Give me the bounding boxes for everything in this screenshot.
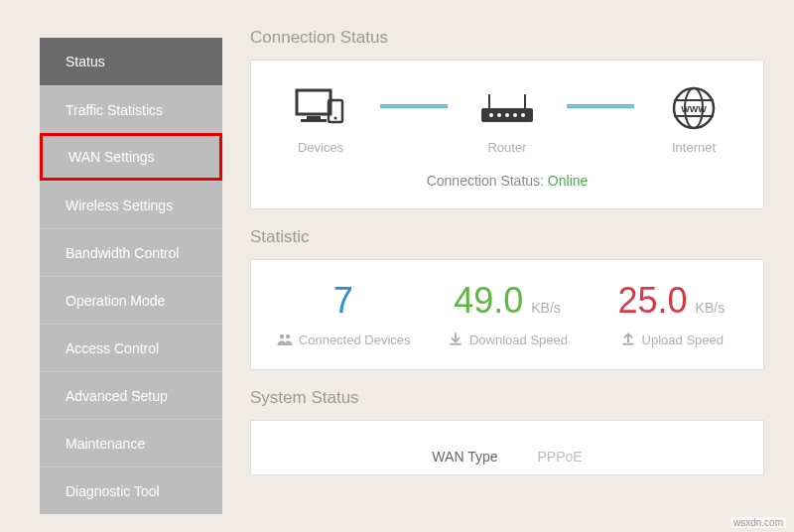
system-status-panel: WAN Type PPPoE — [250, 420, 764, 475]
sidebar-item-label: Operation Mode — [66, 293, 165, 309]
sidebar-item-label: Wireless Settings — [66, 198, 173, 213]
devices-label: Devices — [298, 140, 343, 155]
sidebar-item-label: WAN Settings — [68, 149, 155, 165]
stat-download-unit: KB/s — [531, 300, 561, 316]
connection-status-value: Online — [548, 173, 588, 189]
stat-devices-label: Connected Devices — [261, 332, 425, 347]
svg-point-11 — [513, 113, 517, 117]
download-icon — [447, 332, 464, 347]
sidebar-item-label: Maintenance — [66, 436, 145, 452]
sidebar-item-maintenance[interactable]: Maintenance — [40, 419, 222, 466]
stat-download: 49.0KB/s — [425, 280, 589, 322]
router-label: Router — [487, 140, 526, 155]
stat-upload-label: Upload Speed — [590, 332, 753, 347]
svg-point-4 — [334, 117, 337, 120]
svg-point-12 — [521, 113, 525, 117]
connection-line — [567, 104, 634, 108]
connection-title: Connection Status — [250, 28, 764, 48]
www-icon: WWW — [671, 84, 717, 132]
connection-line — [380, 104, 448, 108]
sidebar-item-operation[interactable]: Operation Mode — [40, 276, 222, 324]
svg-rect-0 — [297, 90, 331, 114]
sidebar-item-label: Status — [66, 54, 105, 69]
stat-download-label: Download Speed — [425, 332, 589, 347]
devices-node: Devices — [261, 84, 380, 155]
stat-upload-unit: KB/s — [696, 300, 726, 316]
statistic-panel: 7 49.0KB/s 25.0KB/s Connected Devices Do… — [250, 259, 764, 370]
internet-label: Internet — [672, 140, 716, 155]
stat-upload-value: 25.0 — [617, 280, 687, 321]
internet-node: WWW Internet — [634, 84, 753, 155]
watermark: wsxdn.com — [730, 517, 786, 528]
sidebar-item-diagnostic[interactable]: Diagnostic Tool — [40, 466, 222, 514]
sidebar-item-status[interactable]: Status — [40, 38, 222, 85]
sidebar-item-traffic[interactable]: Traffic Statistics — [40, 85, 222, 133]
sidebar-item-wan[interactable]: WAN Settings — [40, 133, 222, 181]
sidebar-item-label: Traffic Statistics — [66, 102, 163, 118]
statistic-title: Statistic — [250, 227, 764, 247]
upload-icon — [619, 332, 637, 347]
sidebar-item-label: Advanced Setup — [66, 388, 168, 404]
stat-devices-value: 7 — [333, 280, 353, 321]
svg-point-18 — [280, 334, 285, 339]
connection-status-label: Connection Status: — [427, 173, 548, 189]
connection-status-text: Connection Status: Online — [261, 173, 753, 189]
stat-download-value: 49.0 — [454, 280, 523, 321]
sidebar-item-advanced[interactable]: Advanced Setup — [40, 371, 222, 419]
stat-upload: 25.0KB/s — [590, 280, 753, 322]
svg-rect-1 — [307, 116, 321, 119]
sidebar-item-label: Access Control — [66, 340, 159, 356]
sidebar-item-label: Bandwidth Control — [66, 245, 179, 261]
stat-devices: 7 — [261, 280, 425, 322]
connection-panel: Devices Router WWW Internet — [250, 60, 764, 209]
sidebar-item-access[interactable]: Access Control — [40, 324, 222, 371]
wan-type-value: PPPoE — [538, 449, 583, 465]
svg-text:WWW: WWW — [681, 104, 707, 114]
sidebar-item-wireless[interactable]: Wireless Settings — [40, 181, 222, 228]
svg-point-10 — [505, 113, 509, 117]
svg-rect-2 — [301, 119, 327, 122]
devices-icon — [293, 84, 348, 132]
sidebar-item-bandwidth[interactable]: Bandwidth Control — [40, 228, 222, 276]
svg-point-8 — [489, 113, 493, 117]
sidebar: Status Traffic Statistics WAN Settings W… — [40, 38, 222, 532]
svg-point-9 — [497, 113, 501, 117]
router-node: Router — [448, 84, 567, 155]
main-content: Connection Status Devices Router — [222, 0, 794, 532]
svg-point-19 — [286, 334, 291, 339]
system-status-title: System Status — [250, 388, 764, 408]
users-icon — [276, 332, 294, 347]
router-icon — [477, 84, 537, 132]
wan-type-key: WAN Type — [432, 449, 497, 465]
sidebar-item-label: Diagnostic Tool — [66, 483, 160, 499]
